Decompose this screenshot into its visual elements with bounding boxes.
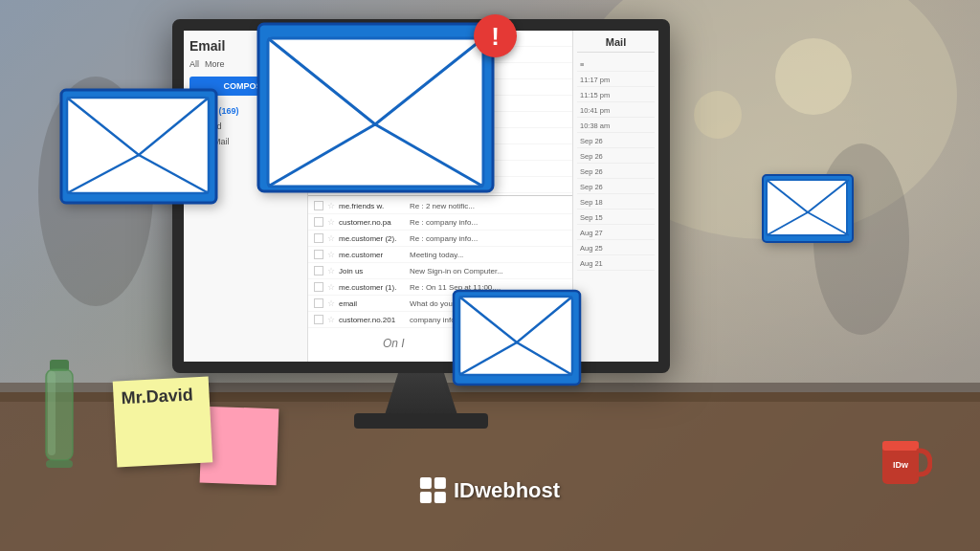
email-sender: email bbox=[339, 299, 406, 308]
star-icon[interactable]: ☆ bbox=[327, 201, 335, 210]
email-subject: Meeting today... bbox=[410, 251, 567, 259]
logo-square-2 bbox=[434, 477, 446, 489]
on-i-overlay-text: On I bbox=[383, 337, 405, 350]
bottom-envelope bbox=[450, 287, 584, 392]
checkbox[interactable] bbox=[314, 233, 323, 243]
checkbox[interactable] bbox=[314, 266, 323, 276]
small-right-envelope bbox=[760, 172, 856, 249]
time-item: ≡ bbox=[577, 58, 655, 72]
time-item: Sep 26 bbox=[577, 150, 655, 164]
logo-square-3 bbox=[420, 492, 432, 503]
water-bottle bbox=[38, 360, 81, 474]
svg-rect-9 bbox=[268, 38, 483, 187]
time-item: 11:15 pm bbox=[577, 89, 655, 102]
star-icon[interactable]: ☆ bbox=[327, 217, 335, 227]
checkbox[interactable] bbox=[314, 201, 323, 210]
time-item: Aug 27 bbox=[577, 227, 655, 240]
more-label[interactable]: More bbox=[205, 59, 225, 69]
email-row[interactable]: ☆ me.customer Meeting today... bbox=[308, 247, 572, 263]
time-item: Sep 26 bbox=[577, 165, 655, 179]
brand-logo bbox=[420, 477, 446, 503]
monitor-base bbox=[354, 413, 488, 429]
time-item: Sep 26 bbox=[577, 181, 655, 194]
coffee-mug: IDw bbox=[875, 427, 932, 494]
alert-icon: ! bbox=[491, 24, 500, 49]
time-item: Sep 15 bbox=[577, 211, 655, 225]
star-icon[interactable]: ☆ bbox=[327, 298, 335, 308]
svg-rect-27 bbox=[46, 460, 73, 468]
svg-point-7 bbox=[694, 91, 742, 139]
svg-rect-26 bbox=[48, 371, 56, 455]
checkbox[interactable] bbox=[314, 250, 323, 259]
svg-rect-29 bbox=[882, 441, 919, 451]
checkbox[interactable] bbox=[314, 298, 323, 308]
svg-point-6 bbox=[775, 38, 852, 115]
sticky-note-text: Mr.David bbox=[121, 385, 202, 408]
time-item: 10:38 am bbox=[577, 120, 655, 133]
email-sender: Join us bbox=[339, 267, 406, 276]
email-subject: Re : 2 new notific... bbox=[410, 202, 567, 210]
left-envelope bbox=[57, 86, 220, 210]
brand-overlay: IDwebhost bbox=[420, 477, 560, 503]
checkbox[interactable] bbox=[314, 282, 323, 292]
alert-badge: ! bbox=[474, 14, 517, 57]
email-subject: Re : company info... bbox=[410, 234, 567, 243]
email-sender: me.customer (2). bbox=[339, 234, 406, 243]
all-label[interactable]: All bbox=[189, 59, 199, 69]
time-item: Aug 25 bbox=[577, 242, 655, 255]
svg-rect-21 bbox=[459, 297, 572, 375]
right-panel-title: Mail bbox=[577, 36, 655, 53]
time-item: Aug 21 bbox=[577, 257, 655, 271]
email-subject: Re : company info... bbox=[410, 218, 567, 227]
time-item: 11:17 pm bbox=[577, 74, 655, 87]
time-item: 10:41 pm bbox=[577, 104, 655, 118]
svg-rect-13 bbox=[67, 98, 209, 193]
email-sender: me.friends w. bbox=[339, 202, 406, 210]
large-envelope bbox=[254, 10, 502, 201]
time-item: Sep 18 bbox=[577, 196, 655, 209]
email-sender: customer.no.201 bbox=[339, 316, 406, 324]
email-right-panel: Mail ≡ 11:17 pm 11:15 pm 10:41 pm 10:38 … bbox=[572, 31, 658, 362]
time-item: Sep 26 bbox=[577, 135, 655, 148]
logo-square-4 bbox=[434, 492, 446, 503]
logo-square-1 bbox=[420, 477, 432, 489]
email-subject: New Sign-in on Computer... bbox=[410, 267, 567, 276]
email-sender: me.customer (1). bbox=[339, 283, 406, 292]
star-icon[interactable]: ☆ bbox=[327, 282, 335, 292]
checkbox[interactable] bbox=[314, 217, 323, 227]
star-icon[interactable]: ☆ bbox=[327, 250, 335, 259]
email-row[interactable]: ☆ me.customer (2). Re : company info... bbox=[308, 231, 572, 247]
email-sender: me.customer bbox=[339, 251, 406, 259]
star-icon[interactable]: ☆ bbox=[327, 315, 335, 324]
star-icon[interactable]: ☆ bbox=[327, 233, 335, 243]
sticky-note: Mr.David bbox=[113, 376, 213, 467]
brand-name: IDwebhost bbox=[454, 478, 560, 503]
checkbox[interactable] bbox=[314, 315, 323, 324]
email-sender: customer.no.pa bbox=[339, 218, 406, 227]
star-icon[interactable]: ☆ bbox=[327, 266, 335, 276]
email-row[interactable]: ☆ Join us New Sign-in on Computer... bbox=[308, 263, 572, 279]
email-row[interactable]: ☆ customer.no.pa Re : company info... bbox=[308, 214, 572, 231]
svg-text:IDw: IDw bbox=[893, 460, 909, 470]
